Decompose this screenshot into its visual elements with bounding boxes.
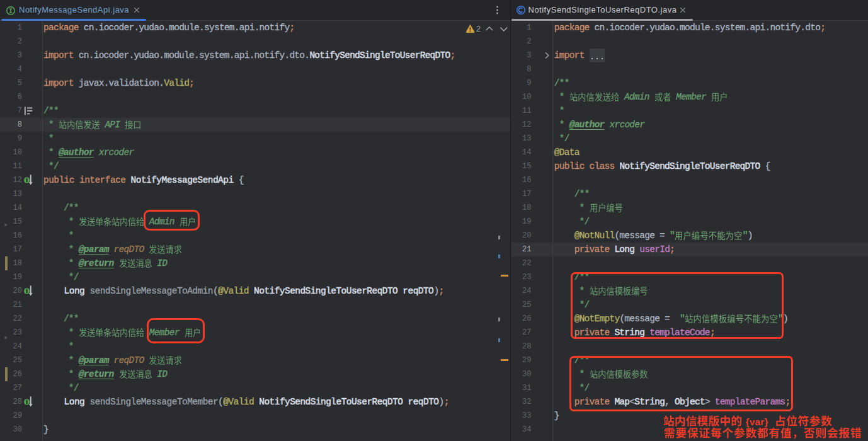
svg-text:2: 2 <box>476 25 481 33</box>
